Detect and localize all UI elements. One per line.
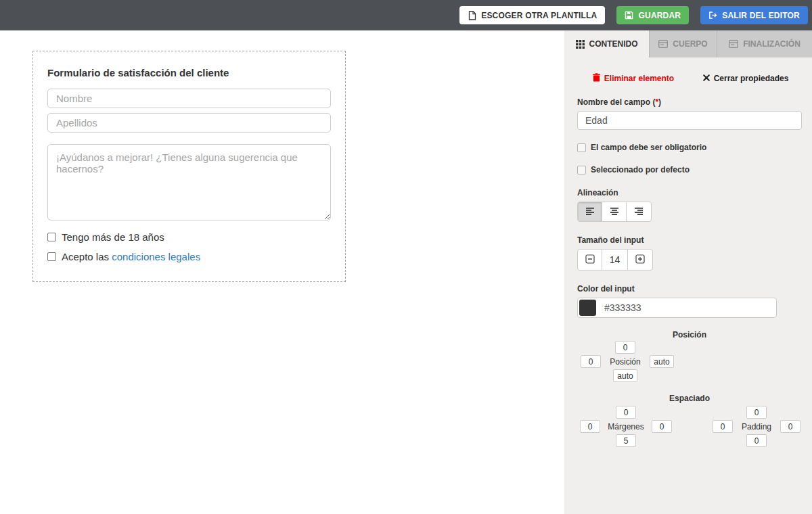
margins-cross: Márgenes [580, 406, 672, 447]
legal-conditions-link[interactable]: condiciones legales [112, 251, 200, 262]
color-value-input[interactable] [603, 302, 775, 314]
default-selected-checkbox[interactable] [577, 166, 586, 174]
tab-cuerpo-label: CUERPO [673, 39, 707, 49]
panel-actions: Eliminar elemento Cerrar propiedades [577, 73, 802, 84]
position-center-label: Posición [610, 357, 640, 367]
sidebar-tabs: CONTENIDO CUERPO FINALIZACIÓN [564, 30, 812, 57]
align-right-button[interactable] [627, 202, 651, 221]
field-name-input[interactable] [577, 111, 802, 130]
size-decrease-button[interactable] [578, 250, 602, 270]
alignment-group [577, 202, 652, 222]
main-area: Formulario de satisfacción del cliente T… [0, 30, 812, 514]
align-center-icon [610, 207, 619, 217]
form-title: Formulario de satisfacción del cliente [47, 67, 331, 78]
tab-contenido-label: CONTENIDO [589, 39, 638, 49]
required-close: ) [658, 97, 661, 107]
default-selected-checkbox-label: Seleccionado por defecto [591, 165, 690, 174]
panel-icon [658, 40, 668, 48]
tab-finalizacion-label: FINALIZACIÓN [743, 39, 800, 49]
form-checkbox-row-terms: Acepto las condiciones legales [47, 251, 331, 262]
position-left-input[interactable] [581, 355, 601, 368]
position-right-input[interactable] [650, 355, 674, 368]
input-size-group: 14 [577, 249, 653, 271]
color-swatch[interactable] [579, 300, 596, 316]
delete-element-label: Eliminar elemento [604, 74, 674, 83]
save-button[interactable]: GUARDAR [616, 6, 689, 24]
field-name-label: Nombre del campo (*) [577, 97, 802, 107]
form-field-sugerencia[interactable] [47, 144, 331, 220]
margins-label: Márgenes [608, 422, 644, 431]
form-checkbox-row-age: Tengo más de 18 años [47, 231, 331, 243]
required-checkbox[interactable] [577, 143, 586, 152]
align-center-button[interactable] [602, 202, 627, 221]
tab-contenido[interactable]: CONTENIDO [564, 30, 650, 57]
align-left-button[interactable] [578, 202, 602, 221]
properties-sidebar: CONTENIDO CUERPO FINALIZACIÓN [564, 30, 812, 514]
alignment-label: Alineación [577, 188, 802, 197]
padding-label: Padding [742, 422, 771, 431]
margin-top-input[interactable] [616, 406, 636, 419]
position-header: Posición [577, 330, 802, 340]
position-cross: Posición [581, 341, 674, 382]
align-left-icon [585, 207, 595, 217]
choose-template-button[interactable]: ESCOGER OTRA PLANTILLA [459, 6, 605, 24]
trash-icon [593, 73, 600, 84]
save-label: GUARDAR [638, 11, 681, 20]
panel-icon [729, 40, 738, 48]
age-checkbox-label: Tengo más de 18 años [62, 231, 164, 243]
align-right-icon [634, 207, 644, 217]
delete-element-button[interactable]: Eliminar elemento [577, 73, 690, 84]
topbar: ESCOGER OTRA PLANTILLA GUARDAR SALIR DEL… [0, 0, 812, 30]
file-icon [468, 11, 476, 20]
form-field-apellidos[interactable] [47, 113, 331, 133]
form-field-nombre[interactable] [47, 89, 331, 108]
input-color-label: Color del input [577, 284, 802, 294]
close-properties-button[interactable]: Cerrar propiedades [690, 73, 802, 84]
required-checkbox-label: El campo debe ser obligatorio [591, 143, 706, 152]
save-icon [625, 11, 633, 20]
position-top-input[interactable] [615, 341, 635, 354]
grid-icon [576, 40, 585, 49]
properties-panel: Eliminar elemento Cerrar propiedades Nom… [564, 57, 812, 447]
age-checkbox[interactable] [47, 233, 56, 241]
padding-cross: Padding [713, 406, 800, 447]
default-selected-checkbox-row: Seleccionado por defecto [577, 165, 802, 174]
form-preview-container[interactable]: Formulario de satisfacción del cliente T… [32, 51, 346, 282]
close-icon [703, 74, 710, 83]
padding-right-input[interactable] [780, 420, 800, 433]
padding-bottom-input[interactable] [746, 434, 767, 447]
padding-top-input[interactable] [746, 406, 767, 419]
plus-square-icon [635, 254, 645, 266]
tab-cuerpo[interactable]: CUERPO [650, 30, 717, 57]
sign-out-icon [708, 11, 717, 20]
terms-checkbox[interactable] [47, 252, 56, 261]
input-color-field [577, 298, 777, 318]
required-checkbox-row: El campo debe ser obligatorio [577, 143, 802, 152]
size-increase-button[interactable] [628, 250, 652, 270]
exit-editor-button[interactable]: SALIR DEL EDITOR [700, 6, 808, 24]
exit-editor-label: SALIR DEL EDITOR [722, 11, 800, 20]
spacing-header: Espaciado [577, 394, 802, 403]
spacing-row: Márgenes Padding [577, 404, 802, 447]
editor-canvas: Formulario de satisfacción del cliente T… [0, 30, 564, 514]
margin-left-input[interactable] [580, 420, 600, 433]
minus-square-icon [585, 254, 595, 266]
margin-right-input[interactable] [652, 420, 672, 433]
required-mark: (*) [652, 97, 661, 107]
input-size-label: Tamaño del input [577, 235, 802, 245]
position-bottom-input[interactable] [613, 369, 637, 382]
padding-left-input[interactable] [713, 420, 733, 433]
close-properties-label: Cerrar propiedades [714, 74, 789, 83]
choose-template-label: ESCOGER OTRA PLANTILLA [481, 11, 597, 20]
terms-checkbox-label: Acepto las condiciones legales [62, 251, 200, 262]
margin-bottom-input[interactable] [616, 434, 636, 447]
tab-finalizacion[interactable]: FINALIZACIÓN [717, 30, 812, 57]
size-value[interactable]: 14 [602, 250, 628, 270]
terms-label-prefix: Acepto las [62, 251, 109, 262]
field-name-text: Nombre del campo [577, 97, 650, 107]
